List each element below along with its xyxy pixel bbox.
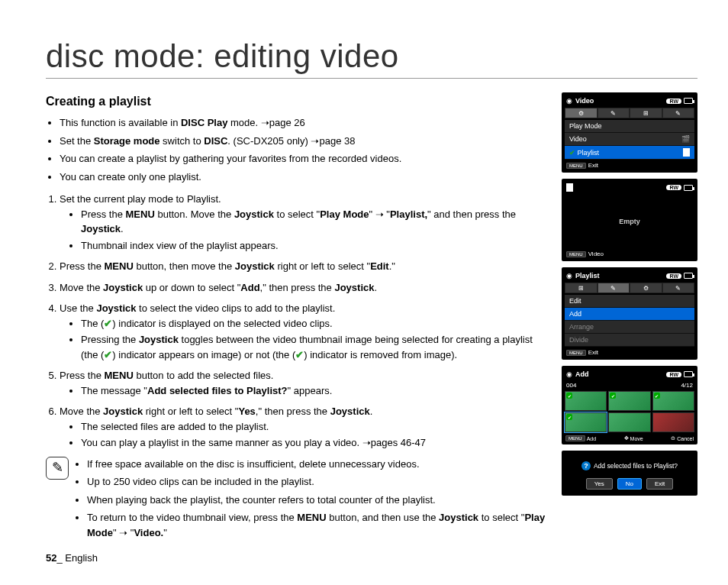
check-icon: ✔ (654, 393, 660, 399)
menu-item-selected[interactable]: Add (565, 308, 694, 321)
check-icon: ✔ (104, 349, 112, 360)
yes-button[interactable]: Yes (586, 478, 613, 490)
tab[interactable]: ⊞ (565, 283, 598, 293)
cancel-icon: ⊝ (671, 435, 675, 441)
thumbnail-selected[interactable]: ✔ (565, 412, 607, 432)
doc-icon (566, 183, 573, 192)
section-heading: Creating a playlist (46, 92, 546, 111)
check-icon: ✔ (295, 349, 304, 360)
menu-item-disabled: Arrange (565, 321, 694, 334)
menu-item-selected[interactable]: ✔ Playlist (565, 146, 694, 160)
thumbnail[interactable] (652, 412, 694, 432)
battery-icon (684, 273, 693, 279)
question-icon: ? (581, 461, 591, 470)
screen-confirm-dialog: ?Add selected files to Playlist? Yes No … (562, 451, 697, 496)
tab[interactable]: ⚙ (630, 283, 662, 293)
page-footer: 52_ English (46, 552, 98, 564)
thumbnail[interactable]: ✔ (608, 391, 650, 411)
no-button[interactable]: No (617, 478, 642, 490)
menu-button[interactable]: MENU (566, 350, 586, 356)
page-title: disc mode: editing video (46, 38, 697, 79)
video-icon: 🎬 (681, 135, 690, 143)
menu-item[interactable]: Video🎬 (565, 133, 694, 146)
menu-item[interactable]: Play Mode (565, 120, 694, 133)
screen-playlist-menu: ◉ Playlist RW ⊞ ✎ ⚙ ✎ Edit Add Arrange D… (562, 267, 697, 360)
menu-item-disabled: Divide (565, 334, 694, 347)
note-block: ✎ If free space available on the disc is… (46, 457, 546, 544)
battery-icon (684, 98, 693, 104)
disc-icon: ◉ (566, 272, 572, 280)
check-icon: ✔ (566, 414, 572, 420)
thumbnail[interactable]: ✔ (565, 391, 607, 411)
screen-empty: RW Empty MENUVideo (562, 179, 697, 261)
rw-badge: RW (666, 185, 681, 190)
steps-list: Set the current play mode to Playlist. P… (60, 192, 546, 451)
tab[interactable]: ✎ (598, 108, 630, 118)
check-icon: ✔ (566, 393, 572, 399)
menu-button[interactable]: MENU (566, 163, 586, 169)
note-icon: ✎ (46, 457, 69, 480)
menu-item[interactable]: Edit (565, 295, 694, 308)
menu-button[interactable]: MENU (566, 251, 586, 257)
rw-badge: RW (666, 372, 681, 377)
exit-button[interactable]: Exit (646, 478, 673, 490)
disc-icon: ◉ (566, 97, 572, 105)
intro-list: This function is available in DISC Play … (60, 115, 546, 184)
doc-icon (683, 148, 690, 157)
battery-icon (684, 185, 693, 191)
tab[interactable]: ⊞ (630, 108, 662, 118)
tab[interactable]: ✎ (662, 108, 695, 118)
check-icon: ✔ (610, 393, 616, 399)
text-column: Creating a playlist This function is ava… (46, 92, 546, 543)
tab[interactable]: ✎ (598, 283, 630, 293)
screen-video-menu: ◉ Video RW ⚙ ✎ ⊞ ✎ Play Mode Video🎬 ✔ Pl… (562, 92, 697, 173)
disc-icon: ◉ (566, 370, 572, 378)
rw-badge: RW (666, 273, 681, 279)
screenshots-column: ◉ Video RW ⚙ ✎ ⊞ ✎ Play Mode Video🎬 ✔ Pl… (562, 92, 697, 543)
move-icon: ✥ (624, 435, 629, 441)
thumbnail[interactable]: ✔ (652, 391, 694, 411)
tab[interactable]: ✎ (662, 283, 695, 293)
empty-state: Empty (565, 195, 694, 248)
battery-icon (684, 371, 693, 377)
check-icon: ✔ (104, 318, 112, 329)
rw-badge: RW (666, 99, 681, 104)
thumbnail[interactable] (608, 412, 650, 432)
screen-add-thumbnails: ◉ Add RW 0044/12 ✔ ✔ ✔ ✔ MENUAdd ✥Move ⊝… (562, 366, 697, 444)
menu-button[interactable]: MENU (565, 435, 585, 441)
tab[interactable]: ⚙ (565, 108, 598, 118)
